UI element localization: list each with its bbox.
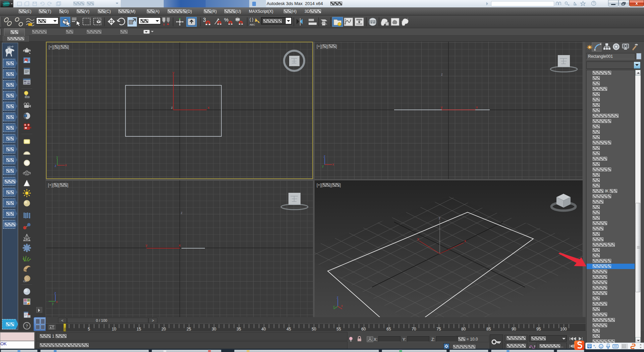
svg-text:Ox: Ox: [23, 280, 26, 283]
svg-text:z: z: [171, 106, 173, 109]
svg-text:3: 3: [203, 17, 206, 23]
svg-text:z: z: [441, 73, 443, 76]
svg-text:y: y: [333, 305, 335, 308]
svg-text:{ }: { }: [250, 17, 253, 22]
svg-text:y: y: [441, 105, 443, 109]
svg-text:y: y: [322, 164, 324, 168]
svg-text:x: x: [56, 300, 58, 304]
svg-text:HF: HF: [24, 268, 28, 271]
svg-text:y: y: [417, 237, 419, 241]
svg-text:ABC: ABC: [250, 23, 255, 26]
svg-text:z: z: [324, 155, 325, 158]
svg-text:x: x: [464, 239, 466, 243]
svg-text:y: y: [56, 155, 58, 159]
svg-text:z: z: [55, 164, 56, 168]
svg-text:x: x: [65, 163, 67, 167]
svg-text:x: x: [208, 105, 210, 109]
svg-text:y: y: [52, 302, 54, 305]
svg-text:°,: °,: [593, 344, 596, 348]
svg-text:z: z: [54, 291, 56, 295]
svg-text:z: z: [337, 296, 338, 299]
svg-text:z: z: [181, 211, 182, 215]
svg-text:y: y: [146, 243, 148, 247]
svg-text:z: z: [439, 216, 440, 220]
svg-text:x: x: [341, 304, 343, 308]
svg-text:%: %: [224, 17, 228, 23]
svg-text:x: x: [476, 105, 478, 109]
svg-text:x: x: [179, 243, 181, 247]
svg-text:y: y: [172, 71, 174, 75]
svg-text:x: x: [332, 163, 334, 166]
